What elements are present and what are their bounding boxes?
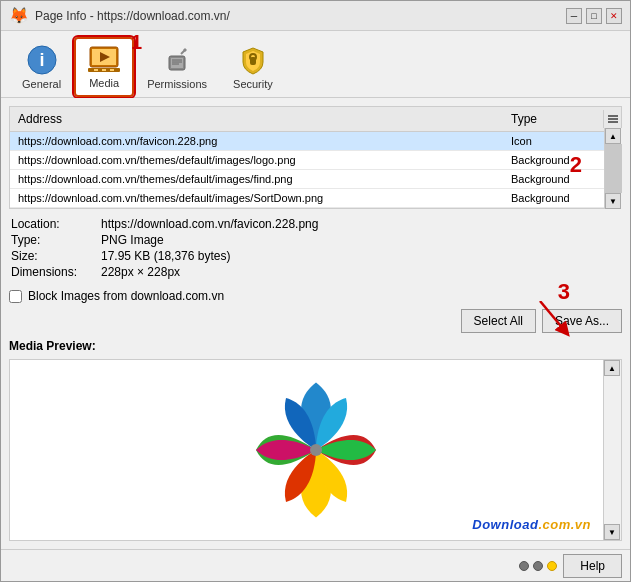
table-scrollbar[interactable]: ▲ ▼	[604, 128, 622, 209]
row-type: Background	[503, 170, 603, 188]
info-section: Location: https://download.com.vn/favico…	[9, 217, 622, 281]
dot-3	[547, 561, 557, 571]
block-images-row: Block Images from download.com.vn	[9, 289, 622, 303]
media-preview-header: Media Preview:	[9, 339, 622, 357]
table-row[interactable]: https://download.com.vn/themes/default/i…	[10, 151, 621, 170]
table-row[interactable]: https://download.com.vn/favicon.228.png …	[10, 132, 621, 151]
permissions-icon	[161, 44, 193, 76]
maximize-button[interactable]: □	[586, 8, 602, 24]
info-type: Type: PNG Image	[11, 233, 620, 247]
tab-permissions[interactable]: Permissions	[134, 39, 220, 97]
title-bar: 🦊 Page Info - https://download.com.vn/ ─…	[1, 1, 630, 31]
general-icon: i	[26, 44, 58, 76]
title-bar-controls: ─ □ ✕	[566, 8, 622, 24]
table-scroll-icon[interactable]	[603, 110, 621, 128]
buttons-row: Select All Save As... 3	[9, 309, 622, 333]
info-dimensions: Dimensions: 228px × 228px	[11, 265, 620, 279]
type-value: PNG Image	[101, 233, 164, 247]
row-type: Icon	[503, 132, 603, 150]
scroll-track	[605, 144, 622, 193]
table-row[interactable]: https://download.com.vn/themes/default/i…	[10, 189, 621, 208]
watermark-rest: .com.vn	[538, 517, 591, 532]
table-header: Address Type	[10, 107, 621, 132]
location-value: https://download.com.vn/favicon.228.png	[101, 217, 318, 231]
media-preview-area: Download.com.vn ▲ ▼	[9, 359, 622, 541]
dot-2	[533, 561, 543, 571]
dimensions-label: Dimensions:	[11, 265, 101, 279]
bottom-bar: Help	[1, 549, 630, 581]
media-preview-label: Media Preview:	[9, 339, 96, 353]
svg-line-21	[540, 301, 565, 331]
annotation-3: 3	[558, 279, 570, 289]
tab-security[interactable]: Security	[220, 39, 286, 97]
scroll-up-btn[interactable]: ▲	[605, 128, 621, 144]
toolbar: i General Media 1	[1, 31, 630, 98]
preview-image	[241, 375, 391, 525]
preview-scroll-track	[604, 376, 621, 524]
table-row[interactable]: https://download.com.vn/themes/default/i…	[10, 170, 621, 189]
row-address: https://download.com.vn/themes/default/i…	[10, 189, 503, 207]
help-button[interactable]: Help	[563, 554, 622, 578]
media-icon	[88, 43, 120, 75]
main-content: Address Type https://download.com.vn/fav…	[1, 98, 630, 549]
annotation-1: 1	[131, 31, 142, 54]
row-address: https://download.com.vn/favicon.228.png	[10, 132, 503, 150]
tab-general-label: General	[22, 78, 61, 90]
watermark-download: Download	[472, 517, 538, 532]
row-address: https://download.com.vn/themes/default/i…	[10, 151, 503, 169]
svg-rect-8	[110, 69, 114, 71]
svg-text:i: i	[39, 50, 44, 70]
table-wrapper: Address Type https://download.com.vn/fav…	[9, 106, 622, 209]
svg-rect-17	[608, 115, 618, 117]
dot-1	[519, 561, 529, 571]
block-images-checkbox[interactable]	[9, 290, 22, 303]
col-header-address: Address	[10, 110, 503, 128]
svg-rect-18	[608, 118, 618, 120]
location-label: Location:	[11, 217, 101, 231]
svg-line-14	[181, 50, 185, 54]
tab-media-label: Media	[89, 77, 119, 89]
media-table: Address Type https://download.com.vn/fav…	[9, 106, 622, 209]
preview-scrollbar[interactable]: ▲ ▼	[603, 360, 621, 540]
svg-rect-19	[608, 121, 618, 123]
firefox-icon: 🦊	[9, 6, 29, 25]
annotation-2: 2	[570, 152, 582, 178]
tab-general[interactable]: i General	[9, 39, 74, 97]
dimensions-value: 228px × 228px	[101, 265, 180, 279]
tab-media[interactable]: Media 1	[74, 37, 134, 97]
security-icon	[237, 44, 269, 76]
size-value: 17.95 KB (18,376 bytes)	[101, 249, 230, 263]
preview-scroll-down[interactable]: ▼	[604, 524, 620, 540]
window-title: Page Info - https://download.com.vn/	[35, 9, 230, 23]
scroll-down-btn[interactable]: ▼	[605, 193, 621, 209]
tab-permissions-label: Permissions	[147, 78, 207, 90]
col-header-type: Type	[503, 110, 603, 128]
close-button[interactable]: ✕	[606, 8, 622, 24]
svg-point-22	[310, 444, 322, 456]
preview-scroll-up[interactable]: ▲	[604, 360, 620, 376]
status-dots	[519, 561, 557, 571]
row-type: Background	[503, 151, 603, 169]
size-label: Size:	[11, 249, 101, 263]
block-images-label: Block Images from download.com.vn	[28, 289, 224, 303]
info-size: Size: 17.95 KB (18,376 bytes)	[11, 249, 620, 263]
minimize-button[interactable]: ─	[566, 8, 582, 24]
row-address: https://download.com.vn/themes/default/i…	[10, 170, 503, 188]
window: 🦊 Page Info - https://download.com.vn/ ─…	[0, 0, 631, 582]
svg-rect-7	[102, 69, 106, 71]
row-type: Background	[503, 189, 603, 207]
select-all-button[interactable]: Select All	[461, 309, 536, 333]
title-bar-left: 🦊 Page Info - https://download.com.vn/	[9, 6, 230, 25]
tab-security-label: Security	[233, 78, 273, 90]
svg-rect-6	[94, 69, 98, 71]
info-location: Location: https://download.com.vn/favico…	[11, 217, 620, 231]
type-label: Type:	[11, 233, 101, 247]
watermark: Download.com.vn	[472, 517, 591, 532]
